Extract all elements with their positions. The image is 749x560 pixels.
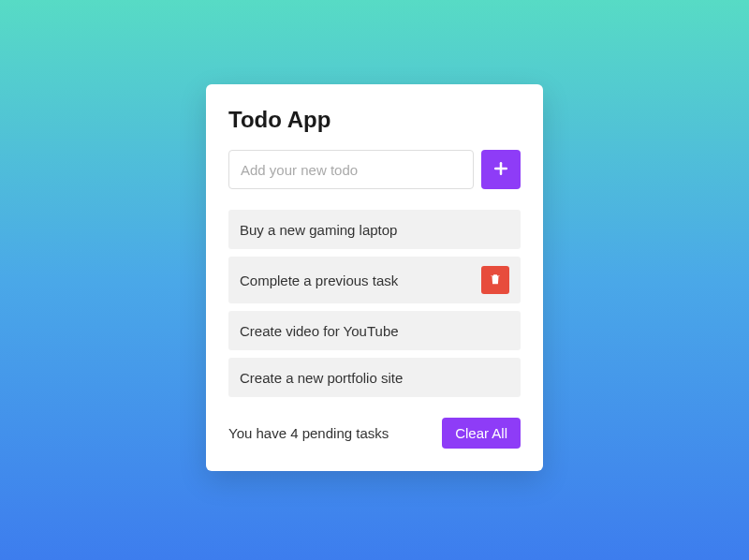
plus-icon: [492, 159, 510, 181]
clear-all-button[interactable]: Clear All: [442, 418, 521, 449]
pending-count-text: You have 4 pending tasks: [228, 425, 389, 441]
todo-text: Buy a new gaming laptop: [240, 222, 397, 238]
svg-rect-2: [493, 277, 494, 282]
new-todo-input[interactable]: [228, 150, 474, 189]
todo-text: Create video for YouTube: [240, 323, 399, 339]
todo-list: Buy a new gaming laptop Complete a previ…: [228, 210, 521, 397]
footer-row: You have 4 pending tasks Clear All: [228, 418, 521, 449]
trash-icon: [489, 273, 502, 288]
add-button[interactable]: [481, 150, 521, 189]
input-row: [228, 150, 521, 189]
todo-card: Todo App Buy a new gaming laptop Complet…: [206, 84, 543, 471]
todo-text: Complete a previous task: [240, 273, 398, 288]
todo-item[interactable]: Buy a new gaming laptop: [228, 210, 521, 249]
delete-button[interactable]: [481, 266, 509, 294]
app-title: Todo App: [228, 107, 521, 133]
todo-item[interactable]: Create video for YouTube: [228, 311, 521, 350]
svg-rect-3: [496, 277, 497, 282]
todo-text: Create a new portfolio site: [240, 370, 403, 386]
todo-item[interactable]: Complete a previous task: [228, 257, 521, 303]
todo-item[interactable]: Create a new portfolio site: [228, 358, 521, 397]
